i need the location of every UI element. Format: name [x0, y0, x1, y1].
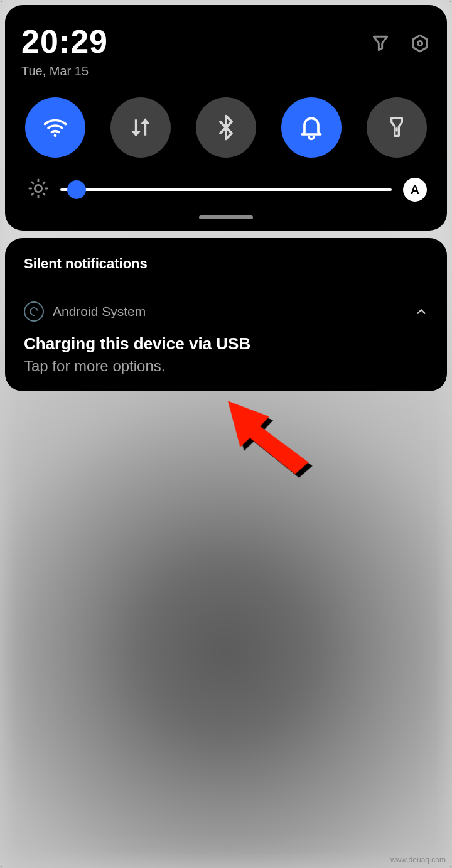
mobile-data-toggle[interactable] — [110, 97, 171, 158]
silent-notifications-header: Silent notifications — [5, 238, 447, 290]
clock-date: Tue, Mar 15 — [21, 64, 108, 79]
quick-toggles-row — [21, 97, 431, 158]
notification-shade: 20:29 Tue, Mar 15 — [5, 5, 447, 391]
bell-icon — [298, 114, 325, 141]
notification-app-name: Android System — [53, 304, 406, 319]
android-system-icon — [24, 301, 44, 322]
wifi-icon — [41, 114, 69, 141]
brightness-slider[interactable] — [60, 188, 392, 191]
dnd-toggle[interactable] — [281, 97, 342, 158]
auto-brightness-toggle[interactable]: A — [403, 178, 427, 202]
bluetooth-toggle[interactable] — [196, 97, 256, 158]
drag-handle[interactable] — [199, 215, 253, 219]
brightness-icon — [28, 178, 49, 202]
quick-settings-panel: 20:29 Tue, Mar 15 — [5, 5, 447, 231]
status-action-icons — [370, 33, 431, 54]
svg-line-11 — [32, 193, 33, 195]
svg-line-10 — [43, 193, 45, 195]
brightness-row: A — [21, 178, 431, 202]
chevron-up-icon[interactable] — [414, 305, 428, 318]
clock-block[interactable]: 20:29 Tue, Mar 15 — [21, 23, 108, 79]
watermark-text: www.deuaq.com — [390, 855, 446, 864]
filter-icon[interactable] — [370, 33, 390, 53]
silent-notifications-panel: Silent notifications Android System Char… — [5, 238, 447, 391]
clock-time: 20:29 — [21, 23, 108, 60]
notification-item[interactable]: Android System Charging this device via … — [5, 290, 447, 391]
flashlight-toggle[interactable] — [367, 97, 427, 158]
settings-icon[interactable] — [409, 33, 431, 54]
brightness-thumb[interactable] — [67, 180, 86, 199]
svg-point-4 — [35, 185, 41, 192]
notification-text: Tap for more options. — [24, 357, 428, 375]
status-row: 20:29 Tue, Mar 15 — [21, 23, 431, 79]
svg-line-9 — [32, 182, 33, 183]
notification-title: Charging this device via USB — [24, 334, 428, 354]
svg-marker-13 — [228, 398, 309, 476]
notification-app-row: Android System — [24, 301, 428, 322]
svg-marker-0 — [413, 35, 428, 52]
annotation-arrow-icon — [225, 393, 322, 480]
bluetooth-icon — [212, 114, 240, 141]
flashlight-icon — [384, 115, 409, 140]
wifi-toggle[interactable] — [25, 97, 85, 158]
data-arrows-icon — [127, 114, 154, 141]
svg-point-1 — [417, 41, 422, 45]
svg-line-12 — [43, 182, 45, 183]
svg-point-2 — [54, 134, 57, 137]
